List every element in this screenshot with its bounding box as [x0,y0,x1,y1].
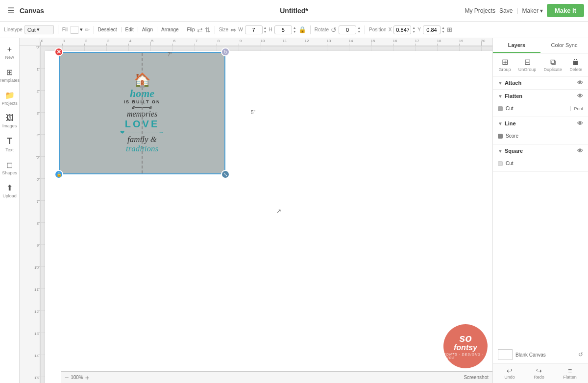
canvas-area: 01234567891011121314151617181920212223 0… [20,38,492,383]
ungroup-button[interactable]: ⊟ UnGroup [516,55,539,74]
rotate-input[interactable]: ▲▼ [339,25,361,34]
width-input[interactable]: ▲▼ [245,25,267,34]
design-content: 🏠 OUR home IS BUILT ON ⸙———⸙ memories LO… [59,52,225,174]
hamburger-menu-icon[interactable]: ☰ [4,4,18,18]
height-input[interactable]: ▲▼ [274,25,296,34]
redo-icon: ↪ [536,367,542,375]
attach-visibility-icon[interactable]: 👁 [577,79,583,86]
new-icon: + [7,45,12,54]
right-panel-bottom-nav: ↩ Undo ↪ Redo ≡ Flatten [493,363,588,383]
section-line-header[interactable]: ▼ Line 👁 [493,117,588,130]
ruler-horizontal: 01234567891011121314151617181920212223 [40,38,492,46]
section-attach: ▼ Attach 👁 [493,76,588,90]
width-dimension-label: 7" [168,52,172,57]
arrange-group: Arrange [161,27,183,32]
ruler-vertical: 012345678910111213141516 [20,46,40,383]
sidebar-item-text[interactable]: T Text [1,133,19,155]
handle-resize-br[interactable]: ⤡ [221,170,230,179]
panel-spacer [493,172,588,346]
section-line: ▼ Line 👁 Score [493,117,588,144]
canvas-content[interactable]: ✕ ↻ 🔒 ⤡ [40,46,492,383]
rotate-label: Rotate [315,27,329,32]
list-item: Cut [498,159,583,168]
delete-button[interactable]: 🗑 Delete [567,56,584,74]
flatten-visibility-icon[interactable]: 👁 [577,93,583,99]
square-section-body: Cut [493,157,588,171]
flatten-bottom-icon: ≡ [568,367,572,375]
section-flatten: ▼ Flatten 👁 Cut | Print [493,90,588,117]
linetype-group: Linetype Cut ▾ [4,25,58,34]
sidebar-item-new[interactable]: + New [1,42,19,63]
section-square: ▼ Square 👁 Cut [493,144,588,172]
list-item: Cut | Print [498,104,583,113]
align-label[interactable]: Align [142,27,153,32]
flatten-bottom-button[interactable]: ≡ Flatten [559,365,581,381]
tab-layers[interactable]: Layers [493,38,540,53]
ruler-corner [20,38,40,46]
size-group: Size ⇔ W ▲▼ H ▲▼ 🔒 [219,25,311,34]
layer-color-swatch [498,106,503,111]
top-navbar: ☰ Canvas Untitled* My Projects Save | Ma… [0,0,588,22]
handle-close[interactable]: ✕ [54,48,63,56]
duplicate-button[interactable]: ⧉ Duplicate [542,56,564,74]
sidebar-item-projects[interactable]: 📁 Projects [1,88,19,109]
my-projects-link[interactable]: My Projects [465,7,495,14]
undo-button[interactable]: ↩ Undo [500,365,519,381]
maker-dropdown[interactable]: Maker ▾ [522,7,543,14]
linetype-dropdown[interactable]: Cut ▾ [24,25,54,34]
redo-button[interactable]: ↪ Redo [530,365,548,381]
shapes-icon: ◻ [6,160,13,169]
line-visibility-icon[interactable]: 👁 [577,120,583,127]
upload-icon: ⬆ [6,183,13,192]
blank-canvas-bar: Blank Canvas ↺ [493,346,588,363]
section-flatten-header[interactable]: ▼ Flatten 👁 [493,90,588,102]
rotate-group: Rotate ↺ ▲▼ [315,25,365,34]
right-panel-toolbar: ⊞ Group ⊟ UnGroup ⧉ Duplicate 🗑 Delete [493,53,588,76]
zoom-out-button[interactable]: − [65,374,69,382]
zoom-level: 100% [71,375,83,380]
so-fontsy-watermark: so fontsy FONTS · DESIGNS · SVGS [443,324,488,368]
templates-icon: ⊞ [6,68,13,77]
projects-icon: 📁 [5,91,15,100]
ungroup-icon: ⊟ [524,57,531,67]
layer-color-swatch [498,134,503,139]
fill-color-box[interactable]: ▾ [71,26,83,34]
bottom-bar: − 100% + Screenshot [61,371,492,383]
x-input[interactable]: ▲▼ [393,25,416,34]
deselect-label[interactable]: Deselect [98,27,117,32]
arrange-label[interactable]: Arrange [161,27,179,32]
delete-icon: 🗑 [572,58,580,67]
group-button[interactable]: ⊞ Group [497,55,513,74]
main-layout: + New ⊞ Templates 📁 Projects 🖼 Images T … [0,38,588,383]
canvas-refresh-icon[interactable]: ↺ [578,351,583,358]
design-group[interactable]: ✕ ↻ 🔒 ⤡ [59,52,225,174]
left-sidebar: + New ⊞ Templates 📁 Projects 🖼 Images T … [0,38,20,383]
make-it-button[interactable]: Make It [547,4,584,17]
save-link[interactable]: Save [499,7,513,14]
zoom-in-button[interactable]: + [85,374,89,382]
sidebar-item-images[interactable]: 🖼 Images [1,111,19,131]
flip-label[interactable]: Flip [187,27,195,32]
position-group: Position X ▲▼ Y ▲▼ ⊞ [369,25,456,34]
group-icon: ⊞ [502,57,508,67]
undo-icon: ↩ [507,367,513,375]
flatten-section-body: Cut | Print [493,102,588,117]
handle-rotate[interactable]: ↻ [221,48,230,56]
line-section-body: Score [493,130,588,144]
fill-label: Fill [62,27,69,32]
sidebar-item-templates[interactable]: ⊞ Templates [1,65,19,86]
square-collapse-icon: ▼ [498,148,503,154]
nav-right: My Projects Save | Maker ▾ Make It [465,4,584,17]
y-input[interactable]: ▲▼ [423,25,445,34]
edit-label[interactable]: Edit [125,27,134,32]
sidebar-item-shapes[interactable]: ◻ Shapes [1,157,19,178]
square-visibility-icon[interactable]: 👁 [577,147,583,154]
size-label: Size [219,27,228,32]
design-inner: 🏠 OUR home IS BUILT ON ⸙———⸙ memories LO… [116,69,168,158]
handle-lock-bl[interactable]: 🔒 [54,170,63,179]
attach-collapse-icon: ▼ [498,80,503,86]
tab-color-sync[interactable]: Color Sync [540,38,588,53]
section-square-header[interactable]: ▼ Square 👁 [493,144,588,157]
sidebar-item-upload[interactable]: ⬆ Upload [1,180,19,201]
section-attach-header[interactable]: ▼ Attach 👁 [493,76,588,89]
